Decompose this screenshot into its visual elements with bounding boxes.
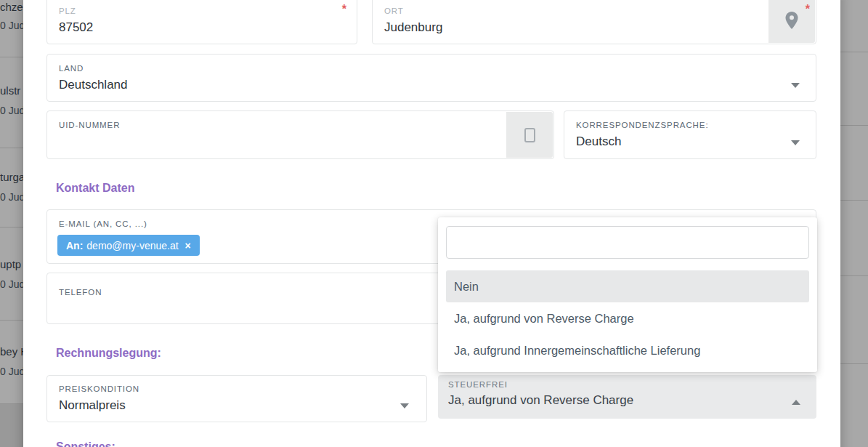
preiskondition-select[interactable]: PREISKONDITION Normalpreis — [46, 375, 427, 422]
chevron-down-icon — [400, 403, 409, 408]
ort-value[interactable]: Judenburg — [384, 20, 804, 35]
uid-check-button[interactable] — [506, 112, 553, 158]
steuerfrei-value[interactable]: Ja, aufgrund von Reverse Charge — [448, 393, 806, 408]
uid-nummer-label: UID-NUMMER — [59, 121, 542, 129]
steuerfrei-label: STEUERFREI — [448, 380, 806, 389]
chevron-down-icon — [791, 83, 800, 88]
korrespondenzsprache-label: KORRESPONDENZSPRACHE: — [576, 121, 804, 129]
steuerfrei-select[interactable]: STEUERFREI Ja, aufgrund von Reverse Char… — [438, 375, 816, 419]
map-pin-icon — [784, 11, 799, 30]
chevron-down-icon — [791, 140, 800, 145]
required-asterisk-icon: * — [342, 3, 346, 16]
dropdown-option-nein[interactable]: Nein — [446, 270, 809, 302]
email-chip[interactable]: An: demo@my-venue.at × — [57, 235, 200, 256]
plz-field[interactable]: PLZ 87502 * — [46, 0, 357, 44]
section-heading-sonstiges: Sonstiges: — [56, 440, 115, 447]
plz-label: PLZ — [59, 7, 345, 15]
chevron-up-icon — [792, 400, 800, 405]
plz-value[interactable]: 87502 — [59, 20, 345, 35]
preiskondition-label: PREISKONDITION — [59, 384, 415, 393]
section-heading-kontakt-daten: Kontakt Daten — [56, 182, 134, 195]
preiskondition-value[interactable]: Normalpreis — [59, 398, 415, 413]
uid-nummer-field[interactable]: UID-NUMMER — [46, 110, 554, 159]
dropdown-option-innergemeinschaftliche-lieferung[interactable]: Ja, aufgrund Innergemeinschaftliche Lief… — [446, 334, 809, 366]
korrespondenzsprache-value[interactable]: Deutsch — [576, 134, 804, 149]
land-label: LAND — [59, 64, 804, 73]
email-chip-prefix: An: — [66, 240, 83, 251]
email-chip-value: demo@my-venue.at — [86, 240, 178, 251]
land-value[interactable]: Deutschland — [59, 78, 804, 92]
steuerfrei-dropdown-panel: Nein Ja, aufgrund von Reverse Charge Ja,… — [438, 217, 817, 372]
ort-field[interactable]: ORT Judenburg * — [372, 0, 816, 44]
required-asterisk-icon: * — [806, 3, 810, 16]
dropdown-option-reverse-charge[interactable]: Ja, aufgrund von Reverse Charge — [446, 302, 809, 334]
land-select[interactable]: LAND Deutschland — [46, 54, 816, 102]
korrespondenzsprache-select[interactable]: KORRESPONDENZSPRACHE: Deutsch — [564, 110, 816, 159]
checkbox-icon[interactable] — [524, 128, 535, 142]
dropdown-search-input[interactable] — [446, 226, 809, 259]
ort-label: ORT — [384, 7, 804, 15]
section-heading-rechnungslegung: Rechnungslegung: — [56, 347, 161, 360]
chip-remove-icon[interactable]: × — [185, 240, 191, 251]
